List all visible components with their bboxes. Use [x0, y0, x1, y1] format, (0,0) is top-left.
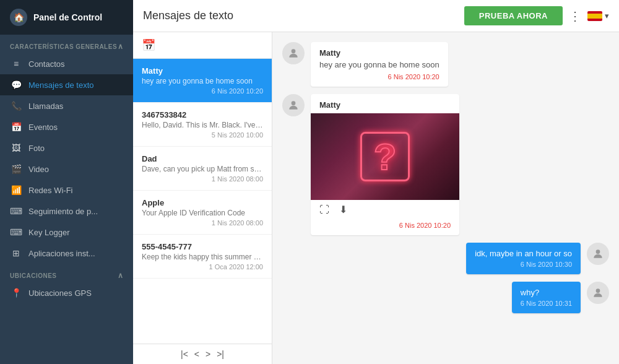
section-collapse-general[interactable]: ∧: [118, 42, 124, 51]
next-page-button[interactable]: >: [206, 349, 210, 359]
list-item[interactable]: 555-4545-777 Keep the kids happy this su…: [133, 235, 272, 279]
msg-item-preview: Your Apple ID Verification Code: [142, 209, 263, 217]
sidebar-item-label: Video: [28, 165, 49, 174]
sidebar-item-redes[interactable]: 📶 Redes Wi-Fi: [0, 180, 133, 201]
msg-list-items: Matty hey are you gonna be home soon 6 N…: [133, 59, 272, 344]
sidebar-item-label: Redes Wi-Fi: [28, 186, 73, 195]
avatar: [587, 243, 609, 265]
track-icon: ⌨: [10, 206, 22, 216]
list-item[interactable]: 3467533842 Hello, David. This is Mr. Bla…: [133, 103, 272, 147]
chevron-down-icon: ▾: [605, 11, 609, 20]
last-page-button[interactable]: >|: [217, 349, 224, 359]
msg-item-preview: hey are you gonna be home soon: [142, 77, 263, 85]
sidebar-item-label: Llamadas: [28, 102, 63, 111]
sidebar-item-foto[interactable]: 🖼 Foto: [0, 137, 133, 158]
sidebar-item-label: Ubicaciones GPS: [28, 288, 92, 298]
avatar: [282, 94, 305, 116]
sidebar-item-label: Seguimiento de p...: [28, 207, 98, 216]
wifi-icon: 📶: [10, 185, 22, 195]
msg-item-preview: Dave, can you pick up Matt from schoo...: [142, 165, 263, 173]
conv-scroll: Matty hey are you gonna be home soon 6 N…: [272, 32, 619, 364]
list-icon: ≡: [10, 59, 22, 69]
sidebar-item-llamadas[interactable]: 📞 Llamadas: [0, 95, 133, 116]
avatar: [587, 282, 609, 304]
list-item[interactable]: Dad Dave, can you pick up Matt from scho…: [133, 147, 272, 191]
pagination: |< < > >|: [133, 344, 272, 364]
sidebar-item-mensajes[interactable]: 💬 Mensajes de texto: [0, 74, 133, 95]
msg-item-time: 5 Nis 2020 10:00: [142, 131, 263, 139]
card-time: 6 Nis 2020 10:20: [311, 219, 459, 235]
sidebar-item-gps[interactable]: 📍 Ubicaciones GPS: [0, 282, 133, 303]
section-collapse-ubicaciones[interactable]: ∧: [118, 271, 124, 280]
sidebar-item-label: Eventos: [28, 123, 58, 132]
msg-bubble-row-image: Matty ? ⛶ ⬇ 6 Nis 2020 10:20: [282, 94, 609, 235]
download-icon[interactable]: ⬇: [339, 204, 347, 215]
out-time: 6 Nis 2020 10:30: [475, 261, 572, 268]
filter-calendar-icon[interactable]: 📅: [142, 38, 155, 52]
sidebar-item-label: Aplicaciones inst...: [28, 249, 95, 258]
msg-item-preview: Keep the kids happy this summer with ...: [142, 253, 263, 261]
keyboard-icon: ⌨: [10, 227, 22, 237]
messages-area: 📅 Matty hey are you gonna be home soon 6…: [133, 32, 619, 364]
msg-item-name: Apple: [142, 198, 263, 207]
msg-item-name: Dad: [142, 154, 263, 163]
sidebar-item-keylogger[interactable]: ⌨ Key Logger: [0, 222, 133, 243]
gps-icon: 📍: [10, 288, 22, 298]
msg-list-toolbar: 📅: [133, 32, 272, 59]
flag-icon: [587, 11, 602, 21]
svg-point-0: [292, 49, 296, 53]
expand-icon[interactable]: ⛶: [319, 204, 329, 215]
msg-bubble-row-outgoing-2: why? 6 Nis 2020 10:31: [282, 282, 609, 313]
sidebar-item-label: Key Logger: [28, 228, 70, 237]
card-time: 6 Nis 2020 10:20: [319, 73, 439, 80]
list-item[interactable]: Apple Your Apple ID Verification Code 1 …: [133, 191, 272, 235]
sidebar-item-eventos[interactable]: 📅 Eventos: [0, 116, 133, 137]
msg-item-time: 1 Nis 2020 08:00: [142, 219, 263, 227]
svg-point-1: [292, 101, 296, 105]
msg-item-time: 6 Nis 2020 10:20: [142, 87, 263, 95]
img-card: Matty ? ⛶ ⬇ 6 Nis 2020 10:20: [311, 94, 459, 235]
sidebar-item-label: Foto: [28, 144, 45, 153]
prev-page-button[interactable]: <: [194, 349, 199, 359]
out-text: idk, maybe in an hour or so: [475, 249, 572, 258]
card-sender: Matty: [311, 94, 459, 113]
svg-point-3: [596, 288, 600, 293]
topbar-right: PRUEBA AHORA ⋮ ▾: [464, 6, 609, 25]
sidebar: 🏠 Panel de Control CARACTERÍSTICAS GENER…: [0, 0, 133, 364]
question-mark-icon: ?: [360, 132, 410, 181]
card-sender: Matty: [319, 48, 439, 58]
sidebar-item-label: Contactos: [28, 59, 65, 69]
calendar-icon: 📅: [10, 122, 22, 132]
msg-item-name: Matty: [142, 66, 263, 76]
home-icon: 🏠: [10, 9, 27, 26]
conv-panel: Matty hey are you gonna be home soon 6 N…: [272, 32, 619, 364]
page-title: Mensajes de texto: [143, 9, 233, 22]
sidebar-item-contactos[interactable]: ≡ Contactos: [0, 53, 133, 74]
list-item[interactable]: Matty hey are you gonna be home soon 6 N…: [133, 59, 272, 103]
sidebar-item-apps[interactable]: ⊞ Aplicaciones inst...: [0, 243, 133, 264]
topbar: Mensajes de texto PRUEBA AHORA ⋮ ▾: [133, 0, 619, 32]
out-text-2: why?: [521, 288, 572, 297]
message-image: ?: [311, 113, 459, 200]
sidebar-item-label: Mensajes de texto: [28, 80, 94, 90]
sidebar-title: Panel de Control: [33, 12, 102, 22]
out-bubble: idk, maybe in an hour or so 6 Nis 2020 1…: [466, 243, 581, 274]
more-options-icon[interactable]: ⋮: [569, 9, 581, 24]
photo-icon: 🖼: [10, 143, 22, 153]
first-page-button[interactable]: |<: [181, 349, 188, 359]
msg-bubble-row-incoming: Matty hey are you gonna be home soon 6 N…: [282, 42, 609, 87]
out-time-2: 6 Nis 2020 10:31: [521, 300, 572, 307]
sidebar-item-video[interactable]: 🎬 Video: [0, 158, 133, 180]
msg-item-name: 3467533842: [142, 110, 263, 119]
msg-item-time: 1 Oca 2020 12:00: [142, 263, 263, 271]
sidebar-item-seguimiento[interactable]: ⌨ Seguimiento de p...: [0, 201, 133, 222]
msg-list-panel: 📅 Matty hey are you gonna be home soon 6…: [133, 32, 272, 364]
msg-item-time: 1 Nis 2020 08:00: [142, 175, 263, 183]
language-selector[interactable]: ▾: [587, 11, 609, 21]
chat-icon: 💬: [10, 80, 22, 90]
section-label-general: CARACTERÍSTICAS GENERALES ∧: [0, 35, 133, 53]
apps-icon: ⊞: [10, 248, 22, 258]
prueba-button[interactable]: PRUEBA AHORA: [464, 6, 563, 25]
msg-item-preview: Hello, David. This is Mr. Black. I've no…: [142, 121, 263, 129]
out-bubble-2: why? 6 Nis 2020 10:31: [512, 282, 581, 313]
